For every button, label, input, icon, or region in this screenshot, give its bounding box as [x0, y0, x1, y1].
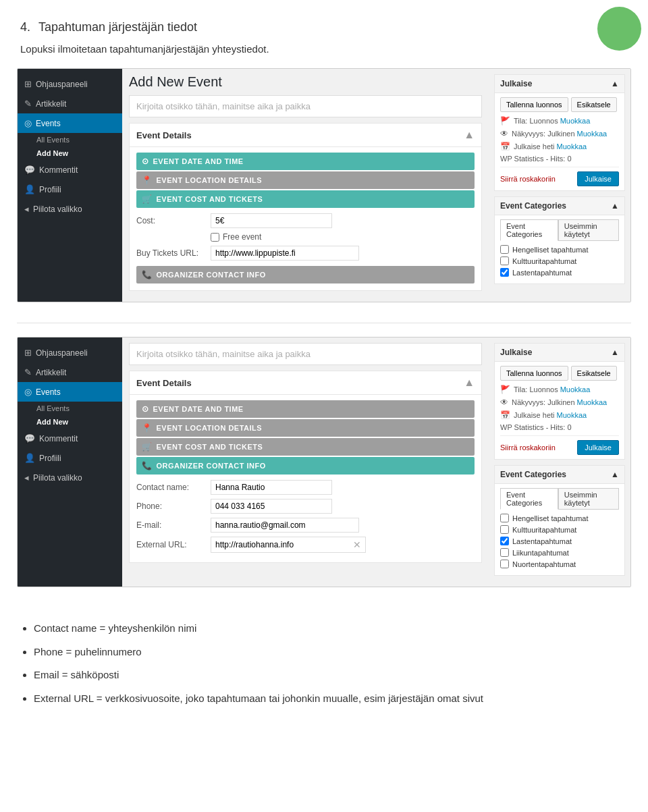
stats-text-1: WP Statistics - Hits: 0: [500, 155, 619, 163]
cat-label-0-2: Hengelliset tapahtumat: [512, 514, 589, 522]
toggle-icon-1[interactable]: ▲: [464, 129, 475, 141]
sidebar-item-comments-2[interactable]: 💬 Kommentit: [18, 429, 122, 448]
sidebar-2: ⊞ Ohjauspaneeli ✎ Artikkelit ◎ Events Al…: [18, 337, 122, 587]
post-title-input-2[interactable]: [129, 343, 482, 365]
cat-checkbox-2-2[interactable]: [500, 537, 509, 545]
save-draft-button-1[interactable]: Tallenna luonnos: [500, 97, 568, 112]
email-input-2[interactable]: [211, 518, 359, 533]
accordion-event-cost-1[interactable]: 🛒 EVENT COST AND TICKETS: [136, 190, 475, 208]
categories-title-1: Event Categories: [500, 201, 566, 211]
visibility-row-2: 👁 Näkyvyys: Julkinen Muokkaa: [500, 398, 619, 407]
contact-name-row-2: Contact name:: [136, 480, 475, 495]
accordion-event-location-1[interactable]: 📍 EVENT LOCATION DETAILS: [136, 171, 475, 189]
sidebar-sub-all-events[interactable]: All Events: [18, 133, 122, 146]
visibility-link-2[interactable]: Muokkaa: [577, 398, 608, 406]
cat-tab-all-1[interactable]: Event Categories: [500, 219, 558, 241]
sidebar-item-dashboard[interactable]: ⊞ Ohjauspaneeli: [18, 74, 122, 94]
sidebar-item-articles[interactable]: ✎ Artikkelit: [18, 94, 122, 113]
contact-name-label-2: Contact name:: [136, 483, 211, 492]
preview-button-2[interactable]: Esikatsele: [571, 366, 617, 381]
accordion-event-date-time-1[interactable]: ⊙ EVENT DATE AND TIME: [136, 153, 475, 170]
cat-tab-popular-2[interactable]: Useimmin käytetyt: [558, 488, 619, 510]
sidebar-item-events[interactable]: ◎ Events: [18, 113, 122, 133]
cat-tab-popular-1[interactable]: Useimmin käytetyt: [558, 219, 619, 241]
cat-item-4-2: Nuortentapahtumat: [500, 560, 619, 568]
sidebar-item-dashboard-2[interactable]: ⊞ Ohjauspaneeli: [18, 343, 122, 362]
toggle-icon-2[interactable]: ▲: [464, 377, 475, 389]
sidebar-sub-add-new[interactable]: Add New: [18, 146, 122, 160]
publish-toggle-2[interactable]: ▲: [611, 348, 619, 357]
accordion-event-location-2[interactable]: 📍 EVENT LOCATION DETAILS: [136, 419, 475, 437]
categories-toggle-2[interactable]: ▲: [611, 470, 619, 479]
cat-checkbox-2-1[interactable]: [500, 268, 509, 277]
url-clear-icon-2[interactable]: ✕: [353, 539, 361, 550]
publish-button-1[interactable]: Julkaise: [577, 171, 619, 186]
sidebar-item-hide-menu-2[interactable]: ◂ Piilota valikko: [18, 468, 122, 487]
eye-icon-2: 👁: [500, 398, 508, 407]
visibility-link-1[interactable]: Muokkaa: [577, 130, 608, 138]
bullet-text-3: External URL = verkkosivuosoite, joko ta…: [34, 693, 483, 704]
tickets-input-1[interactable]: [211, 246, 359, 261]
cat-checkbox-0-1[interactable]: [500, 245, 509, 254]
accordion-event-date-time-2[interactable]: ⊙ EVENT DATE AND TIME: [136, 400, 475, 418]
trash-link-2[interactable]: Siirrä roskakoriin: [500, 443, 556, 452]
accordion-organizer-1[interactable]: 📞 ORGANIZER CONTACT INFO: [136, 266, 475, 283]
right-sidebar-1: Julkaise ▲ Tallenna luonnos Esikatsele 🚩…: [489, 69, 630, 302]
sidebar-item-profile[interactable]: 👤 Profiili: [18, 180, 122, 199]
cat-tabs-2: Event Categories Useimmin käytetyt: [500, 488, 619, 510]
events-icon-2: ◎: [24, 387, 32, 397]
cat-label-2-2: Lastentapahtumat: [512, 537, 572, 545]
cart-icon-1: 🛒: [142, 194, 153, 204]
sidebar-label-articles: Artikkelit: [36, 99, 66, 109]
contact-name-input-2[interactable]: [211, 480, 332, 495]
phone-input-2[interactable]: [211, 499, 332, 514]
publish-footer-1: Siirrä roskakoriin Julkaise: [500, 167, 619, 186]
publish-toggle-1[interactable]: ▲: [611, 79, 619, 88]
accordion-event-cost-2[interactable]: 🛒 EVENT COST AND TICKETS: [136, 438, 475, 456]
external-url-input-2[interactable]: [215, 540, 350, 549]
cat-checkbox-0-2[interactable]: [500, 514, 509, 522]
phone-label-2: Phone:: [136, 502, 211, 511]
categories-toggle-1[interactable]: ▲: [611, 201, 619, 211]
cat-checkbox-1-2[interactable]: [500, 525, 509, 534]
tickets-label-1: Buy Tickets URL:: [136, 248, 211, 258]
cat-tabs-1: Event Categories Useimmin käytetyt: [500, 219, 619, 241]
publish-time-row-1: 📅 Julkaise heti Muokkaa: [500, 142, 619, 151]
bullet-text-1: Phone = puhelinnumero: [34, 646, 142, 657]
visibility-label-2: Näkyvyys: Julkinen: [512, 398, 575, 406]
cat-checkbox-4-2[interactable]: [500, 560, 509, 568]
sidebar-sub-all-events-2[interactable]: All Events: [18, 402, 122, 415]
publish-header-1: Julkaise ▲: [495, 75, 624, 93]
status-link-1[interactable]: Muokkaa: [560, 117, 591, 125]
status-link-2[interactable]: Muokkaa: [560, 385, 591, 394]
accordion-organizer-2[interactable]: 📞 ORGANIZER CONTACT INFO: [136, 457, 475, 475]
page-title-1: Add New Event: [129, 74, 482, 90]
trash-link-1[interactable]: Siirrä roskakoriin: [500, 175, 556, 183]
sidebar-item-articles-2[interactable]: ✎ Artikkelit: [18, 362, 122, 382]
cost-row-1: Cost:: [136, 213, 475, 228]
event-details-body-1: ⊙ EVENT DATE AND TIME 📍 EVENT LOCATION D…: [130, 147, 481, 290]
save-draft-button-2[interactable]: Tallenna luonnos: [500, 366, 568, 381]
comments-icon: 💬: [24, 165, 35, 175]
preview-button-1[interactable]: Esikatsele: [571, 97, 617, 112]
sidebar-item-events-2[interactable]: ◎ Events: [18, 382, 122, 402]
publish-time-link-2[interactable]: Muokkaa: [557, 411, 587, 419]
publish-time-link-1[interactable]: Muokkaa: [557, 142, 587, 151]
event-details-metabox-1: Event Details ▲ ⊙ EVENT DATE AND TIME 📍 …: [129, 123, 482, 291]
sidebar-label-events: Events: [36, 119, 61, 128]
cat-tab-all-2[interactable]: Event Categories: [500, 488, 558, 510]
email-row-2: E-mail:: [136, 518, 475, 533]
free-event-checkbox-1[interactable]: [211, 233, 219, 242]
clock-icon-1: ⊙: [142, 157, 149, 166]
post-title-input-1[interactable]: [129, 95, 482, 117]
publish-button-2[interactable]: Julkaise: [577, 440, 619, 455]
screenshot-1: ⊞ Ohjauspaneeli ✎ Artikkelit ◎ Events Al…: [17, 68, 631, 302]
cat-checkbox-1-1[interactable]: [500, 256, 509, 265]
sidebar-item-comments[interactable]: 💬 Kommentit: [18, 160, 122, 180]
cost-input-1[interactable]: [211, 213, 332, 228]
sidebar-item-profile-2[interactable]: 👤 Profiili: [18, 448, 122, 468]
main-area-1: Add New Event Event Details ▲ ⊙ EVENT DA…: [122, 69, 630, 302]
sidebar-item-hide-menu[interactable]: ◂ Piilota valikko: [18, 199, 122, 219]
cat-checkbox-3-2[interactable]: [500, 548, 509, 557]
sidebar-sub-add-new-2[interactable]: Add New: [18, 415, 122, 429]
